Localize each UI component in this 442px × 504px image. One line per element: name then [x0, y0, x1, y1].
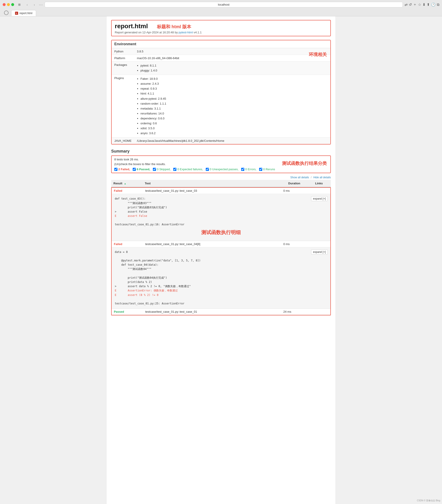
duration-value: 0 ms [283, 242, 310, 246]
summary-section: Summary 8 tests took 26 ms. (Un)check th… [111, 149, 331, 173]
minimize-button[interactable] [7, 3, 10, 6]
filter-label: 6 Passed, [137, 168, 150, 171]
summary-title: Summary [111, 149, 331, 154]
app-grid-icon[interactable]: ⋯ [39, 2, 43, 7]
summary-box: 8 tests took 26 ms. (Un)check the boxes … [111, 156, 331, 173]
filter-item[interactable]: 6 Passed, [133, 168, 150, 171]
table-row: Failedtestcase/test_case_01.py::test_cas… [112, 188, 330, 194]
filter-label: 0 Reruns [263, 168, 275, 171]
active-tab[interactable]: L report.html [11, 10, 36, 16]
filter-item[interactable]: 0 Expected failures, [173, 168, 203, 171]
back-button[interactable]: ‹ [24, 2, 30, 7]
environment-title: Environment [112, 40, 330, 48]
col-duration: Duration [286, 180, 313, 187]
results-table-header: Result ▲ Test Duration Links [111, 180, 331, 187]
expand-button[interactable]: expand [+] [311, 250, 328, 254]
filter-label: 0 Expected failures, [177, 168, 203, 171]
environment-table: Python3.8.5PlatformmacOS-10.16-x86_64-i3… [112, 48, 330, 144]
summary-annotation: 测试函数执行结果分类 [282, 160, 327, 166]
report-subtitle: Report generated on 12-Apr-2024 at 16:20… [115, 31, 327, 34]
translate-icon[interactable]: ⇄ [405, 2, 407, 7]
history-icon[interactable]: 🕐 [431, 2, 436, 7]
divider: / [311, 176, 312, 179]
filter-checkbox[interactable] [206, 168, 209, 171]
watermark: CSDN © 雷像佳品 Blog [417, 499, 440, 502]
status-badge: Failed [114, 242, 145, 246]
new-tab-icon[interactable]: ＋ [413, 2, 417, 7]
filter-item[interactable]: 0 Skipped, [153, 168, 171, 171]
close-button[interactable] [3, 3, 6, 6]
env-label: Packages [112, 62, 134, 75]
filter-checkbox[interactable] [133, 168, 136, 171]
table-row: Passedtestcase/test_case_01.py::test_cas… [112, 309, 330, 315]
env-value: /Library/Java/JavaVirtualMachines/jdk1.8… [134, 138, 330, 144]
test-name: testcase/test_case_01.py::test_case_01 [145, 310, 283, 313]
results-header: Show all details / Hide all details [111, 176, 331, 179]
filter-checkbox[interactable] [114, 168, 117, 171]
filter-item[interactable]: 0 Unexpected passes, [206, 168, 239, 171]
filter-label: 0 Skipped, [157, 168, 171, 171]
share-icon[interactable]: ⬆ [427, 2, 430, 7]
subtitle-prefix: Report generated on 12-Apr-2024 at 16:20… [115, 31, 179, 34]
filter-checkbox[interactable] [153, 168, 156, 171]
download-icon[interactable]: ⬇ [423, 2, 425, 7]
env-label: Python [112, 48, 134, 55]
col-test: Test [143, 180, 286, 187]
col-result: Result ▲ [111, 180, 143, 187]
sidebar-favicon [4, 10, 9, 16]
hide-all-link[interactable]: Hide all details [313, 176, 331, 179]
show-all-link[interactable]: Show all details [290, 176, 309, 179]
filter-label: 2 Failed, [118, 168, 130, 171]
col-links: Links [313, 180, 331, 187]
address-bar[interactable] [45, 2, 403, 7]
environment-annotation: 环境相关 [309, 52, 327, 58]
test-name: testcase/test_case_01.py::test_case_04[8… [145, 242, 283, 246]
report-title: report.html [115, 23, 148, 30]
tab-label: report.html [19, 12, 32, 15]
sidebar-toggle-button[interactable]: ⊞ [16, 2, 23, 7]
title-annotation: 标题和 html 版本 [157, 24, 191, 30]
traffic-lights [3, 3, 14, 6]
filter-checkbox[interactable] [173, 168, 176, 171]
sidebar-icon[interactable]: ⧉ [437, 2, 439, 7]
env-value: pytest: 8.1.1pluggy: 1.4.0 [134, 62, 330, 75]
filter-label: 0 Unexpected passes, [210, 168, 239, 171]
duration-value: 0 ms [283, 189, 310, 192]
pytest-html-link[interactable]: pytest-html [179, 31, 193, 34]
filter-item[interactable]: 2 Failed, [114, 168, 130, 171]
test-result-section: Failedtestcase/test_case_01.py::test_cas… [111, 187, 331, 315]
maximize-button[interactable] [11, 3, 14, 6]
browser-chrome: ⊞ ‹ › ⋯ ⇄ ↺ ＋ ☆ ⬇ ⬆ 🕐 ⧉ L report.html [0, 0, 442, 16]
browser-toolbar: ⊞ ‹ › ⋯ ⇄ ↺ ＋ ☆ ⬇ ⬆ 🕐 ⧉ [3, 2, 439, 7]
filter-item[interactable]: 0 Reruns [259, 168, 275, 171]
reload-icon[interactable]: ↺ [409, 2, 412, 7]
tab-favicon: L [15, 12, 18, 15]
bookmark-icon[interactable]: ☆ [418, 2, 421, 7]
browser-actions: ⇄ ↺ ＋ ☆ ⬇ ⬆ 🕐 ⧉ [405, 2, 439, 7]
forward-button[interactable]: › [32, 2, 37, 7]
detail-code: data = 8 @pytest.mark.parametrize("data"… [115, 250, 327, 306]
env-value: Faker: 18.9.0assume: 2.4.3repeat: 0.9.3h… [134, 75, 330, 138]
environment-section: Environment 环境相关 Python3.8.5PlatformmacO… [111, 40, 331, 144]
env-label: Plugins [112, 75, 134, 138]
filter-row: 2 Failed,6 Passed,0 Skipped,0 Expected f… [114, 168, 328, 171]
filter-checkbox[interactable] [241, 168, 244, 171]
results-table: Result ▲ Test Duration Links [111, 180, 331, 187]
title-section: report.html 标题和 html 版本 Report generated… [111, 20, 331, 36]
sort-arrow: ▲ [124, 182, 126, 185]
status-badge: Failed [114, 189, 145, 192]
filter-checkbox[interactable] [259, 168, 262, 171]
env-label: Platform [112, 55, 134, 62]
env-value: macOS-10.16-x86_64-i386-64bit [134, 55, 330, 62]
duration-value: 24 ms [283, 310, 310, 313]
table-row: Failedtestcase/test_case_01.py::test_cas… [112, 241, 330, 247]
filter-item[interactable]: 0 Errors, [241, 168, 257, 171]
detail-annotation: 测试函数执行明细 [115, 227, 327, 238]
detail-panel: expand [+]def test_case_03(): """测试函数03"… [112, 194, 330, 241]
result-label: Result [113, 182, 122, 185]
subtitle-suffix: v4.1.1 [193, 31, 202, 34]
test-name: testcase/test_case_01.py::test_case_03 [145, 189, 283, 192]
expand-button[interactable]: expand [+] [311, 196, 328, 201]
detail-code: def test_case_03(): """测试函数03""" print("… [115, 197, 327, 227]
env-label: JAVA_HOME [112, 138, 134, 144]
